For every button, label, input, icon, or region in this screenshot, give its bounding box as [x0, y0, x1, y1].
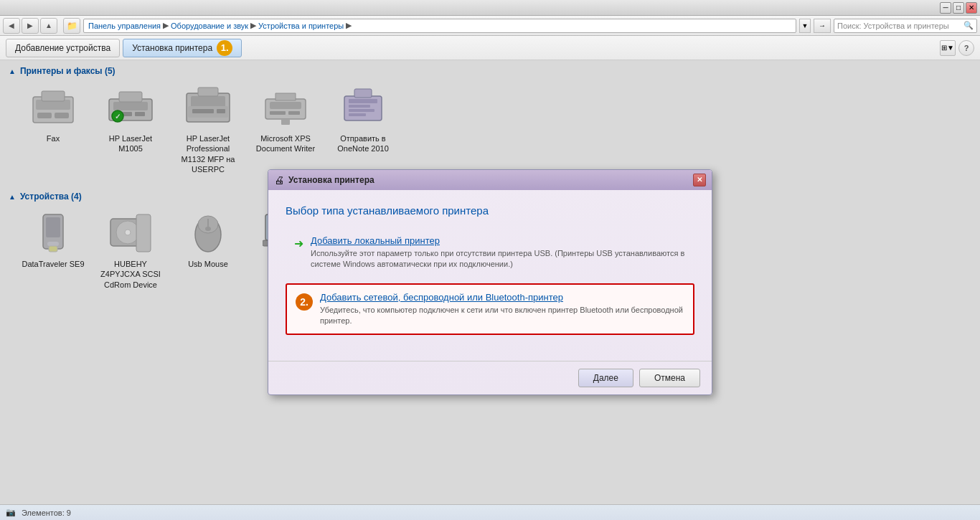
modal-body: Выбор типа устанавливаемого принтера ➜ Д…: [268, 190, 712, 356]
next-button[interactable]: Далее: [578, 369, 633, 387]
modal-overlay: 🖨 Установка принтера ✕ Выбор типа устана…: [0, 60, 980, 504]
back-button[interactable]: ◀: [3, 18, 20, 34]
main-content: ▲ Принтеры и факсы (5) Fax: [0, 60, 980, 504]
option1-title[interactable]: Добавить локальный принтер: [311, 235, 686, 246]
window-controls: ─ □ ✕: [940, 2, 977, 14]
breadcrumb-item-devices[interactable]: Устройства и принтеры: [258, 22, 344, 30]
search-icon: 🔍: [963, 21, 974, 30]
search-placeholder: Поиск: Устройства и принтеры: [837, 22, 949, 30]
items-count: Элементов: 9: [22, 509, 71, 517]
minimize-button[interactable]: ─: [940, 2, 951, 14]
install-printer-label: Установка принтера: [132, 43, 212, 53]
forward-button[interactable]: ▶: [22, 18, 39, 34]
option-network-printer[interactable]: 2. Добавить сетевой, беспроводной или Bl…: [286, 283, 694, 336]
option1-content: Добавить локальный принтер Используйте э…: [311, 235, 686, 270]
install-printer-dialog: 🖨 Установка принтера ✕ Выбор типа устана…: [268, 169, 712, 396]
option2-title[interactable]: Добавить сетевой, беспроводной или Bluet…: [320, 292, 684, 303]
modal-title: Установка принтера: [288, 175, 689, 185]
modal-titlebar: 🖨 Установка принтера ✕: [268, 170, 712, 190]
toolbar: Добавление устройства Установка принтера…: [0, 36, 980, 60]
breadcrumb-item-hardware[interactable]: Оборудование и звук: [171, 22, 248, 30]
step2-badge: 2.: [296, 293, 313, 311]
step1-arrow: 1.: [217, 40, 232, 56]
status-camera-icon: 📷: [6, 508, 16, 517]
breadcrumb-separator3: ▶: [346, 21, 352, 30]
breadcrumb-item-control-panel[interactable]: Панель управления: [88, 22, 161, 30]
option-local-printer[interactable]: ➜ Добавить локальный принтер Используйте…: [286, 228, 694, 278]
address-bar: ◀ ▶ ▲ 📁 Панель управления ▶ Оборудование…: [0, 16, 980, 36]
toolbar-right: ⊞▼ ?: [940, 40, 974, 56]
modal-heading: Выбор типа устанавливаемого принтера: [286, 204, 694, 217]
search-bar[interactable]: Поиск: Устройства и принтеры 🔍: [834, 19, 977, 33]
option1-arrow-icon: ➜: [294, 237, 303, 250]
breadcrumb-separator: ▶: [163, 21, 169, 30]
maximize-button[interactable]: □: [953, 2, 964, 14]
folder-icon: 📁: [63, 18, 80, 34]
option2-description: Убедитесь, что компьютер подключен к сет…: [320, 305, 684, 327]
option2-content: Добавить сетевой, беспроводной или Bluet…: [320, 292, 684, 327]
window-chrome: ─ □ ✕: [0, 0, 980, 16]
install-printer-button[interactable]: Установка принтера 1.: [123, 39, 242, 57]
address-dropdown[interactable]: ▼: [799, 19, 811, 33]
status-bar: 📷 Элементов: 9: [0, 504, 980, 520]
modal-footer: Далее Отмена: [268, 361, 712, 394]
nav-buttons: ◀ ▶ ▲: [3, 18, 57, 34]
cancel-button[interactable]: Отмена: [639, 369, 700, 387]
add-device-button[interactable]: Добавление устройства: [6, 39, 120, 57]
breadcrumb[interactable]: Панель управления ▶ Оборудование и звук …: [83, 19, 796, 33]
breadcrumb-separator2: ▶: [250, 21, 256, 30]
printer-icon: 🖨: [274, 174, 284, 186]
go-button[interactable]: →: [814, 19, 831, 33]
view-options-button[interactable]: ⊞▼: [940, 40, 956, 56]
option1-description: Используйте этот параметр только при отс…: [311, 248, 686, 270]
help-button[interactable]: ?: [958, 40, 974, 56]
up-button[interactable]: ▲: [40, 18, 57, 34]
modal-close-button[interactable]: ✕: [693, 174, 706, 186]
close-button[interactable]: ✕: [966, 2, 977, 14]
